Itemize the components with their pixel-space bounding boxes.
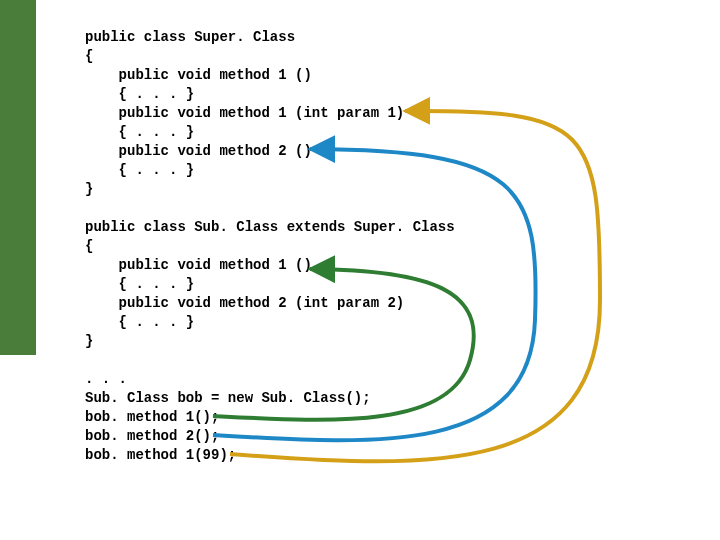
code-line: { . . . }	[85, 276, 194, 292]
code-line: }	[85, 181, 93, 197]
code-line: public void method 2 ()	[85, 143, 312, 159]
code-block: public class Super. Class { public void …	[85, 28, 455, 465]
code-line: }	[85, 333, 93, 349]
code-line: bob. method 1(99);	[85, 447, 236, 463]
code-line: public void method 1 ()	[85, 67, 312, 83]
code-line: {	[85, 48, 93, 64]
code-line: . . .	[85, 371, 127, 387]
code-line: public void method 1 (int param 1)	[85, 105, 404, 121]
code-line: { . . . }	[85, 314, 194, 330]
code-line: public void method 2 (int param 2)	[85, 295, 404, 311]
code-line: {	[85, 238, 93, 254]
code-line: public class Super. Class	[85, 29, 295, 45]
code-line: Sub. Class bob = new Sub. Class();	[85, 390, 371, 406]
code-line: bob. method 1();	[85, 409, 219, 425]
code-line: public void method 1 ()	[85, 257, 312, 273]
code-line: bob. method 2();	[85, 428, 219, 444]
code-line: public class Sub. Class extends Super. C…	[85, 219, 455, 235]
code-line: { . . . }	[85, 86, 194, 102]
code-line: { . . . }	[85, 124, 194, 140]
code-line: { . . . }	[85, 162, 194, 178]
side-accent-bar	[0, 0, 36, 355]
